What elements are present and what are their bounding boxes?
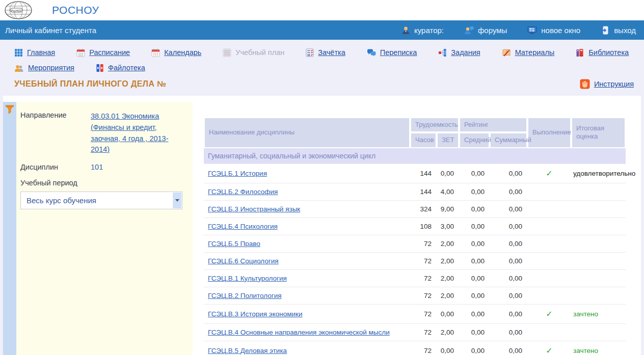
- table-row: ГСЭЦ.Б.6 Социология722,000,000,00: [204, 253, 626, 270]
- check-icon: ✓: [546, 346, 552, 355]
- instruction-link[interactable]: Инструкция: [580, 79, 634, 89]
- forums-link[interactable]: форумы: [464, 26, 507, 35]
- sum-value: 0,00: [490, 305, 527, 324]
- zet-value: 2,00: [437, 287, 459, 305]
- table-row: ГСЭЦ.В.1 Культурология722,000,000,00: [204, 270, 626, 287]
- discipline-link[interactable]: ГСЭЦ.Б.1 История: [208, 170, 267, 177]
- hours-value: 72: [410, 324, 437, 341]
- topbar: Личный кабинет студента куратор: форумы …: [0, 20, 644, 40]
- table-row: ГСЭЦ.В.3 История экономики720,000,000,00…: [204, 305, 626, 324]
- nav-tasks[interactable]: Задания: [438, 48, 480, 57]
- zet-value: 3,00: [437, 218, 459, 235]
- section-title: Гуманитарный, социальный и экономический…: [204, 148, 626, 164]
- nav-library[interactable]: Библиотека: [576, 48, 629, 57]
- final-grade: [571, 201, 626, 218]
- exit-icon: [601, 26, 610, 35]
- nav-materials[interactable]: Материалы: [502, 48, 555, 57]
- person-icon: [401, 26, 410, 35]
- col-zet: ЗЕТ: [437, 132, 459, 148]
- sum-value: 0,00: [490, 253, 527, 270]
- final-grade: [571, 253, 626, 270]
- chevron-down-icon[interactable]: [173, 193, 181, 208]
- final-grade: [571, 287, 626, 305]
- discipline-link[interactable]: ГСЭЦ.В.2 Политология: [208, 292, 282, 299]
- main-menu: Главная Расписание Календарь Учебный пла…: [0, 40, 644, 75]
- col-hours: Часов: [410, 132, 437, 148]
- final-grade: [571, 324, 626, 341]
- nav-schedule[interactable]: Расписание: [76, 48, 130, 57]
- nav-files[interactable]: Файлотека: [96, 64, 145, 72]
- direction-link[interactable]: 38.03.01 Экономика (Финансы и кредит, за…: [91, 111, 186, 155]
- new-window-link[interactable]: новое окно: [527, 26, 580, 35]
- checklist-icon: [306, 48, 314, 57]
- nav-gradebook[interactable]: Зачётка: [306, 48, 345, 57]
- disciplines-label: Дисциплин: [20, 163, 91, 171]
- zet-value: 2,00: [437, 253, 459, 270]
- hours-value: 72: [410, 341, 437, 355]
- period-select[interactable]: Весь курс обучения: [20, 192, 182, 209]
- final-grade: удовлетворительно: [571, 164, 626, 183]
- avg-value: 0,00: [459, 235, 490, 253]
- table-row: ГСЭЦ.Б.1 История1440,000,000,00✓удовлетв…: [204, 164, 626, 183]
- col-final-grade: Итоговая оценка: [571, 117, 626, 148]
- table-row: ГСЭЦ.Б.2 Философия1444,000,000,00: [204, 183, 626, 201]
- disciplines-count: 101: [91, 163, 103, 171]
- curator-link[interactable]: куратор:: [401, 26, 444, 35]
- discipline-link[interactable]: ГСЭЦ.Б.4 Психология: [208, 223, 278, 230]
- zet-value: 2,00: [437, 235, 459, 253]
- people-icon: [14, 64, 24, 72]
- discipline-link[interactable]: ГСЭЦ.В.5 Деловая этика: [208, 347, 287, 354]
- discipline-link[interactable]: ГСЭЦ.В.1 Культурология: [208, 275, 287, 282]
- calendar-icon: [76, 48, 85, 57]
- discipline-link[interactable]: ГСЭЦ.Б.3 Иностранный язык: [208, 205, 300, 213]
- sum-value: 0,00: [490, 218, 527, 235]
- calendar-dots-icon: [151, 48, 160, 57]
- direction-label: Направление: [20, 111, 91, 155]
- avg-value: 0,00: [459, 183, 490, 201]
- avg-value: 0,00: [459, 218, 490, 235]
- discipline-link[interactable]: ГСЭЦ.В.3 История экономики: [208, 310, 303, 318]
- period-label: Учебный период: [20, 179, 91, 187]
- chat-bubbles-icon: [367, 48, 376, 57]
- hours-value: 72: [410, 287, 437, 305]
- filter-strip: [3, 102, 16, 355]
- binders-icon: [96, 64, 104, 72]
- logout-link[interactable]: выход: [601, 26, 636, 35]
- filter-panel: Направление 38.03.01 Экономика (Финансы …: [16, 102, 193, 355]
- sum-value: 0,00: [490, 287, 527, 305]
- table-row: ГСЭЦ.В.4 Основные направления экономичес…: [204, 324, 626, 341]
- filter-icon: [5, 105, 14, 116]
- avg-value: 0,00: [459, 164, 490, 183]
- final-grade: [571, 270, 626, 287]
- nav-study-plan: Учебный план: [223, 48, 284, 57]
- zet-value: 0,00: [437, 164, 459, 183]
- zet-value: 2,00: [437, 270, 459, 287]
- nav-home[interactable]: Главная: [14, 48, 55, 57]
- sum-value: 0,00: [490, 270, 527, 287]
- discipline-link[interactable]: ГСЭЦ.Б.5 Право: [208, 240, 260, 248]
- final-grade: зачтено: [571, 341, 626, 355]
- discipline-link[interactable]: ГСЭЦ.Б.6 Социология: [208, 257, 279, 265]
- grid-gray-icon: [223, 48, 231, 57]
- hand-icon: [580, 79, 590, 89]
- nav-events[interactable]: Мероприятия: [14, 64, 74, 72]
- col-avg: Средний: [459, 132, 490, 148]
- section-row: Гуманитарный, социальный и экономический…: [204, 148, 626, 164]
- sum-value: 0,00: [490, 341, 527, 355]
- nav-calendar[interactable]: Календарь: [151, 48, 201, 57]
- check-icon: ✓: [546, 169, 552, 178]
- content-area: Направление 38.03.01 Экономика (Финансы …: [3, 96, 641, 355]
- hours-value: 72: [410, 270, 437, 287]
- avg-value: 0,00: [459, 305, 490, 324]
- hours-value: 72: [410, 235, 437, 253]
- final-grade: зачтено: [571, 305, 626, 324]
- nav-messages[interactable]: Переписка: [367, 48, 417, 57]
- sum-value: 0,00: [490, 324, 527, 341]
- brand-title: РОСНОУ: [52, 4, 99, 16]
- book-pencil-icon: [502, 48, 511, 57]
- discipline-link[interactable]: ГСЭЦ.В.4 Основные направления экономичес…: [208, 329, 390, 336]
- filter-sidebar: Направление 38.03.01 Экономика (Финансы …: [3, 102, 193, 355]
- discipline-link[interactable]: ГСЭЦ.Б.2 Философия: [208, 188, 278, 196]
- zet-value: 0,00: [437, 341, 459, 355]
- hierarchy-icon: [438, 48, 447, 57]
